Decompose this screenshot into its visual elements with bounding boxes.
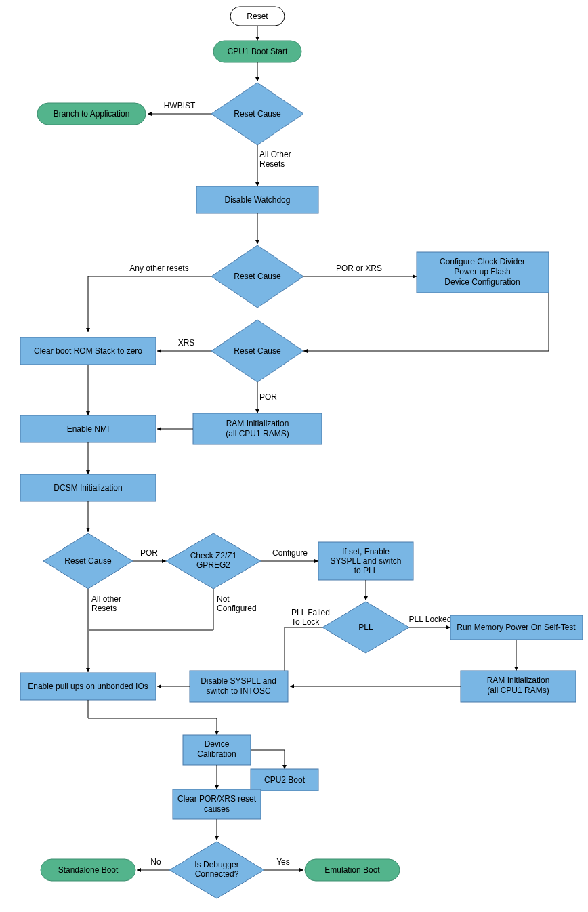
edge-notcfg-a: Not xyxy=(217,594,230,604)
flowchart: Reset CPU1 Boot Start Reset Cause Branch… xyxy=(0,0,588,912)
ram2-2: (all CPU1 RAMs) xyxy=(487,686,549,695)
edge-allother-1a: All Other xyxy=(259,150,291,159)
edge-por2: POR xyxy=(140,548,158,558)
pll-label: PLL xyxy=(358,623,373,632)
edge-hwbist-label: HWBIST xyxy=(164,101,196,110)
mem-selftest-label: Run Memory Power On Self-Test xyxy=(457,623,576,632)
pullups-label: Enable pull ups on unbonded IOs xyxy=(28,682,148,691)
clearpor-1: Clear POR/XRS reset xyxy=(177,794,257,804)
isdebug-1: Is Debugger xyxy=(194,860,238,869)
edge-por-label: POR xyxy=(259,392,277,402)
branch-label: Branch to Application xyxy=(54,109,130,119)
edge-configure: Configure xyxy=(272,548,308,558)
standalone-label: Standalone Boot xyxy=(58,865,119,875)
edge-plllocked: PLL Locked xyxy=(409,615,452,624)
syspll-3: to PLL xyxy=(354,566,378,575)
reset-cause-3-label: Reset Cause xyxy=(234,346,281,356)
edge xyxy=(251,750,285,769)
edge-yes: Yes xyxy=(276,857,290,867)
edge xyxy=(88,700,217,735)
ram2-1: RAM Initialization xyxy=(487,676,550,685)
edge-anyother-label: Any other resets xyxy=(129,264,188,273)
reset-cause-1-label: Reset Cause xyxy=(234,109,281,119)
cpu2-boot-label: CPU2 Boot xyxy=(264,775,306,785)
gpreg-1: Check Z2/Z1 xyxy=(190,551,237,560)
cpu1-boot-label: CPU1 Boot Start xyxy=(228,47,288,56)
syspll-2: SYSPLL and switch xyxy=(331,556,402,566)
devcal-1: Device xyxy=(205,739,230,749)
ram1-1: RAM Initialization xyxy=(226,419,289,428)
clearpor-2: causes xyxy=(204,804,230,814)
edge-no: No xyxy=(150,857,161,867)
reset-cause-2-label: Reset Cause xyxy=(234,272,281,281)
edge-allother2a: All other xyxy=(91,594,121,604)
clear-stack-label: Clear boot ROM Stack to zero xyxy=(34,346,142,356)
cfgclock-3: Device Configuration xyxy=(444,277,520,287)
edge xyxy=(303,293,549,351)
edge-notcfg-b: Configured xyxy=(217,604,257,613)
emulation-label: Emulation Boot xyxy=(324,865,380,875)
node-reset-label: Reset xyxy=(247,12,268,21)
edge xyxy=(285,627,322,688)
cfgclock-1: Configure Clock Divider xyxy=(440,257,525,266)
disablesyspll-2: switch to INTOSC xyxy=(206,686,270,696)
devcal-2: Calibration xyxy=(197,749,236,759)
enable-nmi-label: Enable NMI xyxy=(67,424,110,434)
reset-cause-4-label: Reset Cause xyxy=(64,556,112,566)
gpreg-2: GPREG2 xyxy=(196,560,230,570)
ram1-2: (all CPU1 RAMS) xyxy=(226,429,289,438)
edge-pllfail-b: To Lock xyxy=(291,617,320,627)
edge-allother2b: Resets xyxy=(91,604,117,613)
edge-xrs-label: XRS xyxy=(178,338,195,348)
edge xyxy=(88,276,211,332)
disable-watchdog-label: Disable Watchdog xyxy=(225,195,291,205)
edge-porxrs-label: POR or XRS xyxy=(336,264,382,273)
cfgclock-2: Power up Flash xyxy=(454,267,510,276)
isdebug-2: Connected? xyxy=(195,869,239,879)
dcsm-label: DCSM Initialization xyxy=(54,483,122,493)
edge-pllfail-a: PLL Failed xyxy=(291,608,330,617)
syspll-1: If set, Enable xyxy=(342,547,390,556)
edge-allother-1b: Resets xyxy=(259,159,285,169)
disablesyspll-1: Disable SYSPLL and xyxy=(201,676,276,686)
